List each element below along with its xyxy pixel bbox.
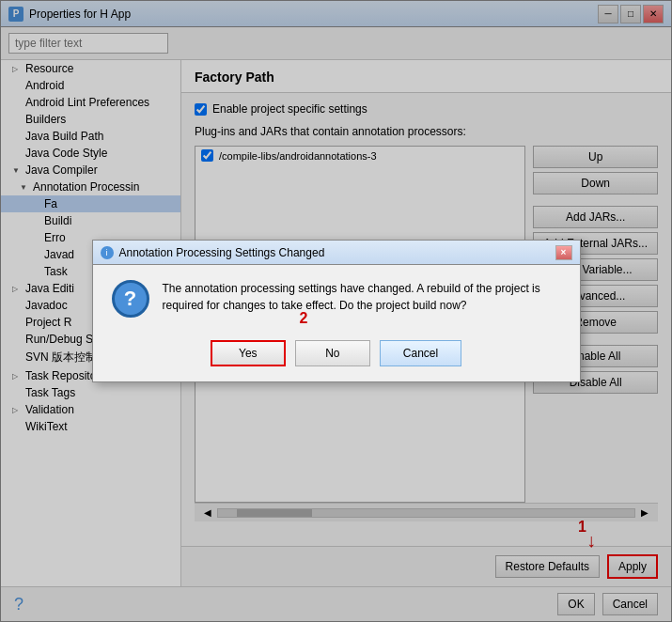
modal-message: The annotation processing settings have … <box>163 280 561 314</box>
modal-title: Annotation Processing Settings Changed <box>119 246 325 259</box>
modal-body: ? The annotation processing settings hav… <box>93 265 580 333</box>
yes-button[interactable]: Yes <box>211 340 286 366</box>
modal-titlebar-left: i Annotation Processing Settings Changed <box>101 246 325 259</box>
modal-dialog: i Annotation Processing Settings Changed… <box>92 240 581 382</box>
modal-icon: i <box>101 246 114 259</box>
modal-close-button[interactable]: × <box>555 245 572 260</box>
modal-titlebar: i Annotation Processing Settings Changed… <box>93 241 580 265</box>
no-button[interactable]: No <box>295 340 370 366</box>
modal-overlay: i Annotation Processing Settings Changed… <box>0 0 672 622</box>
annotation-number-2: 2 <box>300 310 308 327</box>
modal-cancel-button[interactable]: Cancel <box>380 340 461 366</box>
modal-footer-wrapper: 2 Yes No Cancel <box>93 333 580 381</box>
modal-footer: Yes No Cancel <box>93 333 580 381</box>
modal-info-icon: ? <box>112 280 149 318</box>
